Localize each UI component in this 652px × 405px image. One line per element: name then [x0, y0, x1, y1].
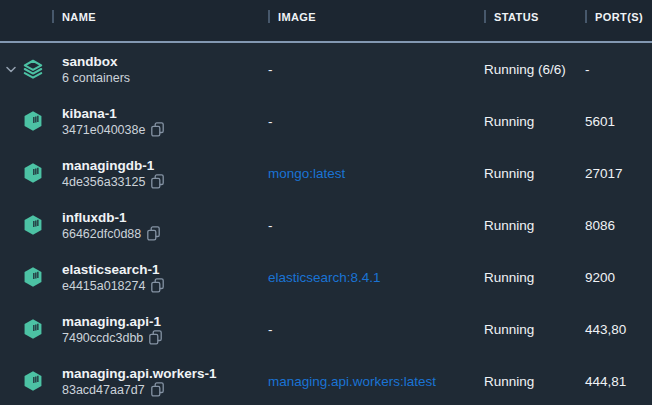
copy-icon[interactable] [151, 278, 164, 293]
column-header-label: IMAGE [278, 11, 316, 23]
table-row[interactable]: influxdb-1 66462dfc0d88 - Running 8086 [0, 199, 652, 251]
ports-text: 5601 [585, 114, 615, 129]
image-name: - [268, 62, 273, 77]
container-icon [22, 370, 44, 392]
copy-icon[interactable] [151, 174, 164, 189]
image-cell: - [268, 322, 484, 337]
image-name: - [268, 218, 273, 233]
ports-text: - [585, 62, 590, 77]
container-icon [22, 266, 44, 288]
table-row[interactable]: sandbox 6 containers - Running (6/6) - [0, 43, 652, 95]
container-subtitle: 66462dfc0d88 [62, 226, 160, 242]
container-name: kibana-1 [62, 105, 164, 122]
column-header-label: NAME [62, 11, 96, 23]
table-row[interactable]: managing.api.workers-1 83acd47aa7d7 mana… [0, 355, 652, 405]
name-block: elasticsearch-1 e4415a018274 [62, 261, 164, 294]
ports-text: 8086 [585, 218, 615, 233]
column-header-image: IMAGE [268, 10, 484, 23]
column-separator [585, 10, 587, 23]
status-cell: Running [484, 322, 585, 337]
image-cell: - [268, 114, 484, 129]
container-icon [22, 110, 44, 132]
table-row[interactable]: managingdb-1 4de356a33125 mongo:latest R… [0, 147, 652, 199]
column-separator [484, 10, 486, 23]
container-id: e4415a018274 [62, 278, 145, 294]
name-cell: managing.api-1 7490ccdc3dbb [0, 313, 268, 346]
name-block: sandbox 6 containers [62, 53, 130, 86]
column-header-label: PORT(S) [595, 11, 643, 23]
container-name: managing.api-1 [62, 313, 162, 330]
copy-icon[interactable] [147, 226, 160, 241]
status-cell: Running [484, 270, 585, 285]
container-id: 3471e040038e [62, 122, 145, 138]
ports-cell: - [585, 62, 652, 77]
table-row[interactable]: managing.api-1 7490ccdc3dbb - Running 4 [0, 303, 652, 355]
table-row[interactable]: elasticsearch-1 e4415a018274 elasticsear… [0, 251, 652, 303]
copy-icon[interactable] [151, 382, 164, 397]
status-cell: Running [484, 114, 585, 129]
container-id: 4de356a33125 [62, 174, 145, 190]
status-text: Running [484, 166, 534, 181]
status-cell: Running [484, 218, 585, 233]
status-text: Running [484, 374, 534, 389]
container-subtitle: 3471e040038e [62, 122, 164, 138]
name-block: influxdb-1 66462dfc0d88 [62, 209, 160, 242]
status-cell: Running [484, 374, 585, 389]
ports-cell: 9200 [585, 270, 652, 285]
image-link[interactable]: managing.api.workers:latest [268, 374, 436, 389]
chevron-down-icon[interactable] [0, 66, 22, 73]
ports-text: 27017 [585, 166, 623, 181]
container-name: elasticsearch-1 [62, 261, 164, 278]
stack-icon [22, 58, 44, 80]
image-name: - [268, 114, 273, 129]
copy-icon[interactable] [151, 122, 164, 137]
status-text: Running [484, 218, 534, 233]
ports-cell: 443,80 [585, 322, 652, 337]
column-header-ports: PORT(S) [585, 10, 652, 23]
container-id: 66462dfc0d88 [62, 226, 141, 242]
column-separator [268, 10, 270, 23]
container-table-body: sandbox 6 containers - Running (6/6) - [0, 43, 652, 405]
name-block: managingdb-1 4de356a33125 [62, 157, 164, 190]
image-link[interactable]: elasticsearch:8.4.1 [268, 270, 381, 285]
image-name: - [268, 322, 273, 337]
container-name: managing.api.workers-1 [62, 365, 217, 382]
container-subtitle: 7490ccdc3dbb [62, 330, 162, 346]
ports-cell: 444,81 [585, 374, 652, 389]
name-block: managing.api.workers-1 83acd47aa7d7 [62, 365, 217, 398]
container-subtitle: 4de356a33125 [62, 174, 164, 190]
containers-table: NAME IMAGE STATUS PORT(S) [0, 0, 652, 405]
copy-icon[interactable] [149, 330, 162, 345]
image-cell: mongo:latest [268, 166, 484, 181]
column-header-label: STATUS [494, 11, 539, 23]
name-cell: influxdb-1 66462dfc0d88 [0, 209, 268, 242]
image-link[interactable]: mongo:latest [268, 166, 345, 181]
column-header-status: STATUS [484, 10, 585, 23]
name-cell: sandbox 6 containers [0, 53, 268, 86]
ports-text: 444,81 [585, 374, 626, 389]
column-header-name: NAME [0, 10, 268, 23]
name-cell: managing.api.workers-1 83acd47aa7d7 [0, 365, 268, 398]
container-id: 6 containers [62, 70, 130, 86]
status-cell: Running [484, 166, 585, 181]
name-cell: kibana-1 3471e040038e [0, 105, 268, 138]
container-icon [22, 162, 44, 184]
container-id: 7490ccdc3dbb [62, 330, 143, 346]
status-text: Running [484, 270, 534, 285]
image-cell: elasticsearch:8.4.1 [268, 270, 484, 285]
table-row[interactable]: kibana-1 3471e040038e - Running 5601 [0, 95, 652, 147]
container-name: managingdb-1 [62, 157, 164, 174]
container-icon [22, 318, 44, 340]
status-text: Running (6/6) [484, 62, 566, 77]
column-separator [52, 10, 54, 23]
ports-cell: 8086 [585, 218, 652, 233]
name-block: kibana-1 3471e040038e [62, 105, 164, 138]
container-subtitle: 83acd47aa7d7 [62, 382, 217, 398]
image-cell: - [268, 62, 484, 77]
ports-cell: 27017 [585, 166, 652, 181]
name-block: managing.api-1 7490ccdc3dbb [62, 313, 162, 346]
image-cell: - [268, 218, 484, 233]
table-header: NAME IMAGE STATUS PORT(S) [0, 0, 652, 43]
status-text: Running [484, 322, 534, 337]
container-name: sandbox [62, 53, 130, 70]
